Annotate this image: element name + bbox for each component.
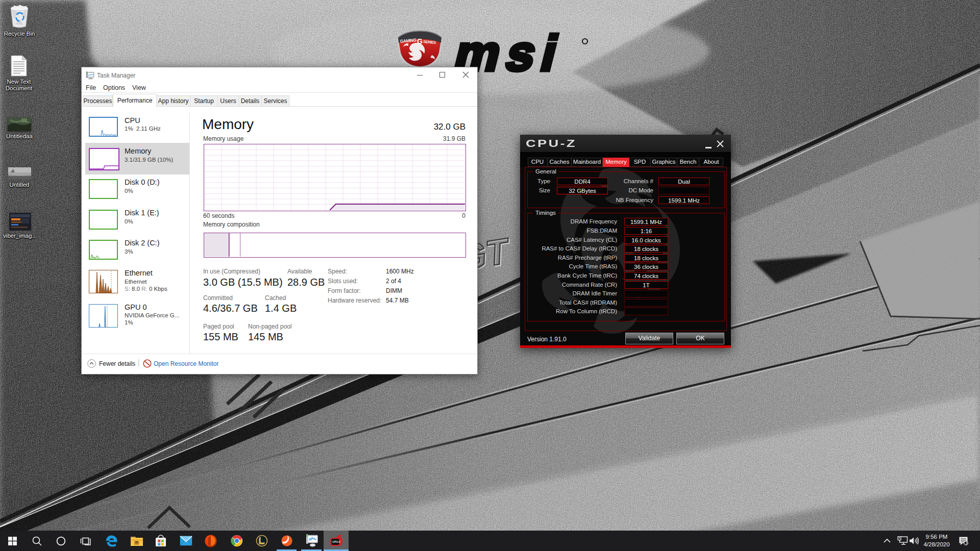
svg-text:CPU-Z: CPU-Z	[332, 540, 341, 543]
